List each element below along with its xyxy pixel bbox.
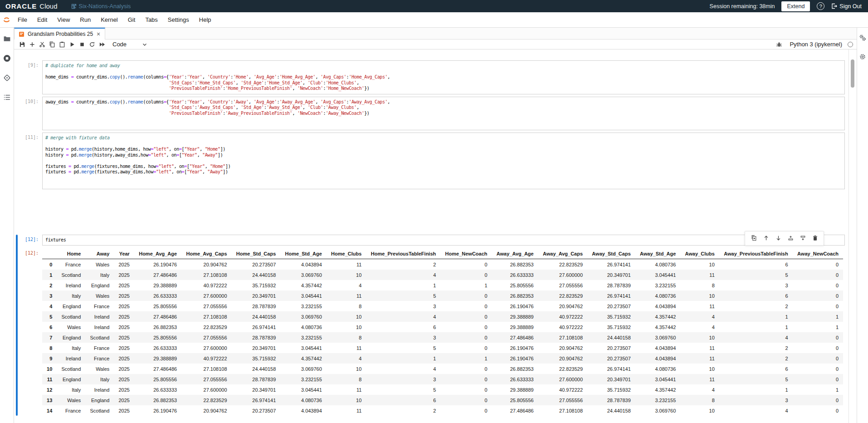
session-remaining-text: Session remaining: 38min: [710, 3, 775, 10]
menu-settings[interactable]: Settings: [163, 16, 194, 23]
code-line: [45, 158, 842, 164]
df-cell: Wales: [85, 259, 114, 270]
df-cell: 26.633333: [134, 384, 181, 395]
df-column-header: Away_Std_Caps: [587, 248, 635, 259]
scrollbar-thumb[interactable]: [851, 59, 854, 88]
notebook-tab[interactable]: Grandslam Probabilities 25 ×: [14, 28, 105, 39]
table-of-contents-tab[interactable]: [2, 93, 11, 102]
df-cell: 0: [440, 374, 492, 384]
df-cell: Ireland: [57, 353, 85, 364]
df-cell: 0: [440, 405, 492, 416]
input-prompt: [12]:: [20, 235, 42, 246]
df-cell: 4: [366, 364, 440, 374]
cut-cells-button[interactable]: [37, 40, 47, 49]
cell-type-select[interactable]: Code: [112, 41, 147, 48]
debugger-bug-icon[interactable]: [774, 40, 784, 49]
code-editor[interactable]: # merge with fixture datahistory = pd.me…: [42, 133, 845, 189]
kernel-name[interactable]: Python 3 (ipykernel): [790, 41, 842, 48]
df-cell: 29.388889: [134, 280, 181, 290]
menu-run[interactable]: Run: [75, 16, 96, 23]
menu-view[interactable]: View: [52, 16, 75, 23]
code-line: fixtures = pd.merge(fixtures,away_dims,h…: [45, 169, 842, 175]
code-line: history = pd.merge(history,home_dims, ho…: [45, 147, 842, 152]
git-tab[interactable]: [2, 73, 11, 82]
code-cell-9[interactable]: [9]: # duplicate for home and awayhome_d…: [16, 60, 845, 94]
save-button[interactable]: [17, 40, 27, 49]
df-column-header: Home: [57, 248, 85, 259]
debugger-panel-tab[interactable]: [858, 52, 867, 61]
file-browser-tab[interactable]: [2, 34, 11, 43]
df-cell: 2025: [114, 364, 134, 374]
df-column-header: Away_Avg_Caps: [538, 248, 587, 259]
df-cell: 27.486486: [134, 311, 181, 322]
df-cell: England: [85, 280, 114, 290]
move-cell-up-button[interactable]: [761, 234, 771, 242]
df-cell: 24.440158: [587, 332, 635, 343]
cell-collapser[interactable]: [16, 97, 18, 131]
df-row-index: 5: [42, 311, 57, 322]
tab-close-icon[interactable]: ×: [96, 31, 101, 37]
delete-cell-button[interactable]: [810, 234, 820, 242]
cell-collapser[interactable]: [16, 60, 18, 94]
df-cell: 11: [680, 374, 719, 384]
active-cell-indicator[interactable]: [16, 235, 18, 416]
insert-cell-below-button[interactable]: [798, 234, 808, 242]
df-cell: England: [85, 395, 114, 405]
df-row-index: 0: [42, 259, 57, 270]
df-cell: 1: [793, 311, 843, 322]
kernel-status-icon[interactable]: [848, 42, 853, 47]
df-cell: 5: [719, 270, 793, 280]
menu-help[interactable]: Help: [194, 16, 216, 23]
df-row-index: 10: [42, 364, 57, 374]
df-cell: 2: [366, 259, 440, 270]
right-sidebar: [857, 28, 868, 423]
df-cell: 2025: [114, 332, 134, 343]
interrupt-kernel-button[interactable]: [77, 40, 87, 49]
df-cell: 20.904762: [538, 353, 587, 364]
df-cell: 29.388889: [134, 353, 181, 364]
tab-bar: Grandslam Probabilities 25 ×: [14, 28, 857, 39]
running-kernels-tab[interactable]: [2, 54, 11, 63]
menu-tabs[interactable]: Tabs: [140, 16, 162, 23]
code-cell-10[interactable]: [10]: away_dims = country_dims.copy().re…: [16, 97, 845, 131]
duplicate-cell-button[interactable]: [749, 234, 759, 242]
df-column-header: Home_PreviousTableFinish: [366, 248, 440, 259]
df-row: 12ItalyIreland202526.63333327.60000020.3…: [42, 384, 843, 395]
code-editor[interactable]: # duplicate for home and awayhome_dims =…: [42, 60, 845, 94]
help-icon[interactable]: ?: [817, 2, 824, 10]
menu-file[interactable]: File: [13, 16, 32, 23]
cell-output-area: HomeAwayYearHome_Avg_AgeHome_Avg_CapsHom…: [42, 246, 845, 416]
code-cell-12[interactable]: [12]: fixtures: [16, 235, 845, 416]
df-cell: 3.232155: [280, 301, 327, 311]
df-cell: 26.190476: [134, 259, 181, 270]
df-row-index: 11: [42, 374, 57, 384]
df-cell: 20.904762: [538, 343, 587, 353]
vertical-scrollbar[interactable]: [848, 49, 857, 423]
df-cell: Wales: [57, 322, 85, 332]
df-cell: 22.823529: [538, 259, 587, 270]
insert-cell-button[interactable]: [27, 40, 37, 49]
df-cell: 28.787839: [232, 301, 281, 311]
copy-cells-button[interactable]: [47, 40, 57, 49]
extend-session-button[interactable]: Extend: [781, 1, 810, 11]
sign-out-button[interactable]: Sign Out: [831, 3, 862, 10]
menu-kernel[interactable]: Kernel: [96, 16, 123, 23]
df-column-header: [42, 248, 57, 259]
restart-kernel-button[interactable]: [87, 40, 97, 49]
df-cell: Italy: [85, 270, 114, 280]
paste-cells-button[interactable]: [57, 40, 67, 49]
menu-edit[interactable]: Edit: [32, 16, 52, 23]
gears-icon: [859, 34, 866, 41]
move-cell-down-button[interactable]: [773, 234, 783, 242]
df-cell: 11: [327, 343, 366, 353]
code-editor[interactable]: fixtures: [42, 235, 845, 246]
insert-cell-above-button[interactable]: [785, 234, 795, 242]
menu-git[interactable]: Git: [123, 16, 141, 23]
property-inspector-tab[interactable]: [858, 33, 867, 42]
restart-run-all-button[interactable]: [97, 40, 107, 49]
project-link[interactable]: Six-Nations-Analysis: [71, 3, 131, 10]
cell-collapser[interactable]: [16, 133, 18, 189]
code-cell-11[interactable]: [11]: # merge with fixture datahistory =…: [16, 133, 845, 189]
run-cell-button[interactable]: [67, 40, 77, 49]
code-editor[interactable]: away_dims = country_dims.copy().rename(c…: [42, 97, 845, 131]
